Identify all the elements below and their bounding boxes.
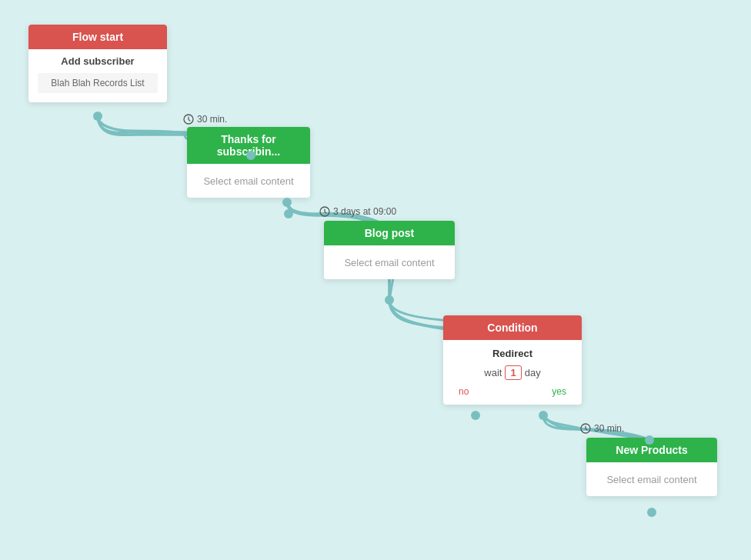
blog-post-header: Blog post [324, 221, 455, 245]
dot-new-products-incoming [645, 435, 654, 445]
new-products-body: Select email content [586, 462, 717, 496]
dot-thanks-top [246, 151, 255, 160]
condition-body: Redirect wait 1 day no yes [443, 340, 582, 405]
timer-3: 30 min. [580, 423, 624, 434]
canvas: Flow start Add subscriber Blah Blah Reco… [0, 0, 751, 560]
condition-header: Condition [443, 315, 582, 340]
dot-thanks-bottom [282, 198, 292, 207]
condition-yesno: no yes [452, 386, 572, 397]
blog-post-body: Select email content [324, 245, 455, 279]
dot-condition-yes [539, 411, 548, 420]
condition-node[interactable]: Condition Redirect wait 1 day no yes [443, 315, 582, 405]
yes-label: yes [552, 386, 566, 397]
clock-icon-3 [580, 423, 591, 434]
timer-3-label: 30 min. [594, 423, 624, 434]
no-label: no [459, 386, 469, 397]
thanks-body: Select email content [187, 164, 310, 198]
clock-icon-1 [183, 114, 194, 125]
flow-start-title: Add subscriber [28, 49, 167, 70]
flow-start-header: Flow start [28, 25, 167, 49]
dot-new-products-bottom [647, 508, 656, 517]
wait-number: 1 [505, 365, 521, 380]
dot-flow-start-bottom [93, 112, 102, 121]
blog-post-node[interactable]: Blog post Select email content [324, 221, 455, 279]
timer-2-label: 3 days at 09:00 [333, 206, 396, 217]
dot-mid-1 [284, 209, 293, 218]
condition-redirect-label: Redirect [452, 348, 572, 359]
flow-start-node[interactable]: Flow start Add subscriber Blah Blah Reco… [28, 25, 167, 102]
dot-blog-bottom [385, 295, 394, 305]
clock-icon-2 [319, 206, 330, 217]
wait-label: wait [484, 367, 502, 378]
timer-1-label: 30 min. [197, 114, 227, 125]
condition-wait-row: wait 1 day [452, 365, 572, 380]
new-products-node[interactable]: New Products Select email content [586, 438, 717, 496]
flow-start-list: Blah Blah Records List [38, 73, 158, 93]
dot-condition-no [471, 411, 480, 420]
timer-1: 30 min. [183, 114, 227, 125]
thanks-node[interactable]: Thanks for subscribin... Select email co… [187, 127, 310, 198]
timer-2: 3 days at 09:00 [319, 206, 396, 217]
wait-unit: day [525, 367, 541, 378]
